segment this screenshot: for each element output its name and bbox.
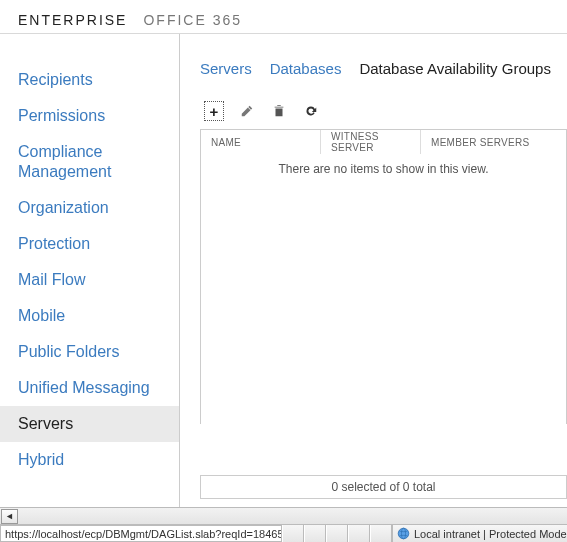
sidebar-item-hybrid[interactable]: Hybrid — [0, 442, 179, 478]
sidebar-item-compliance[interactable]: Compliance Management — [0, 134, 179, 190]
grid-footer: 0 selected of 0 total — [200, 475, 567, 499]
grid-header: NAME WITNESS SERVER MEMBER SERVERS — [201, 130, 566, 154]
pencil-icon — [240, 104, 254, 118]
sidebar-item-unifiedmsg[interactable]: Unified Messaging — [0, 370, 179, 406]
trash-icon — [272, 104, 286, 118]
status-url: https://localhost/ecp/DBMgmt/DAGList.sla… — [0, 525, 282, 542]
sidebar-item-organization[interactable]: Organization — [0, 190, 179, 226]
add-button[interactable]: + — [204, 101, 224, 121]
content-area: Servers Databases Database Availability … — [180, 34, 567, 507]
sidebar-item-publicfolders[interactable]: Public Folders — [0, 334, 179, 370]
scroll-left-arrow[interactable]: ◄ — [1, 509, 18, 524]
sidebar-item-mailflow[interactable]: Mail Flow — [0, 262, 179, 298]
security-zone-label: Local intranet | Protected Mode — [414, 528, 567, 540]
subtab-databases[interactable]: Databases — [270, 60, 342, 77]
edit-button[interactable] — [238, 102, 256, 120]
sidebar-item-mobile[interactable]: Mobile — [0, 298, 179, 334]
status-pane — [348, 525, 370, 542]
subtab-dag[interactable]: Database Availability Groups — [359, 60, 551, 77]
status-pane — [370, 525, 392, 542]
refresh-icon — [304, 104, 318, 118]
sidebar: Recipients Permissions Compliance Manage… — [0, 34, 180, 507]
top-tab-office365[interactable]: OFFICE 365 — [143, 12, 242, 28]
grid-empty-text: There are no items to show in this view. — [278, 162, 488, 176]
status-pane — [304, 525, 326, 542]
status-bar: https://localhost/ecp/DBMgmt/DAGList.sla… — [0, 524, 567, 542]
sidebar-item-recipients[interactable]: Recipients — [0, 62, 179, 98]
security-zone[interactable]: Local intranet | Protected Mode — [392, 525, 567, 542]
top-tabbar: ENTERPRISE OFFICE 365 — [0, 0, 567, 34]
col-header-witness[interactable]: WITNESS SERVER — [321, 130, 421, 154]
svg-point-0 — [398, 528, 409, 539]
subtab-bar: Servers Databases Database Availability … — [200, 60, 567, 77]
grid-body: There are no items to show in this view. — [201, 154, 566, 424]
refresh-button[interactable] — [302, 102, 320, 120]
delete-button[interactable] — [270, 102, 288, 120]
status-panes — [282, 525, 392, 542]
col-header-name[interactable]: NAME — [201, 130, 321, 154]
subtab-servers[interactable]: Servers — [200, 60, 252, 77]
col-header-member[interactable]: MEMBER SERVERS — [421, 130, 566, 154]
horizontal-scrollbar[interactable]: ◄ — [0, 507, 567, 524]
dag-grid: NAME WITNESS SERVER MEMBER SERVERS There… — [200, 129, 567, 424]
top-tab-enterprise[interactable]: ENTERPRISE — [18, 12, 127, 28]
toolbar: + — [200, 101, 567, 121]
status-pane — [282, 525, 304, 542]
sidebar-item-servers[interactable]: Servers — [0, 406, 179, 442]
status-pane — [326, 525, 348, 542]
globe-icon — [397, 527, 410, 540]
sidebar-item-permissions[interactable]: Permissions — [0, 98, 179, 134]
sidebar-item-protection[interactable]: Protection — [0, 226, 179, 262]
